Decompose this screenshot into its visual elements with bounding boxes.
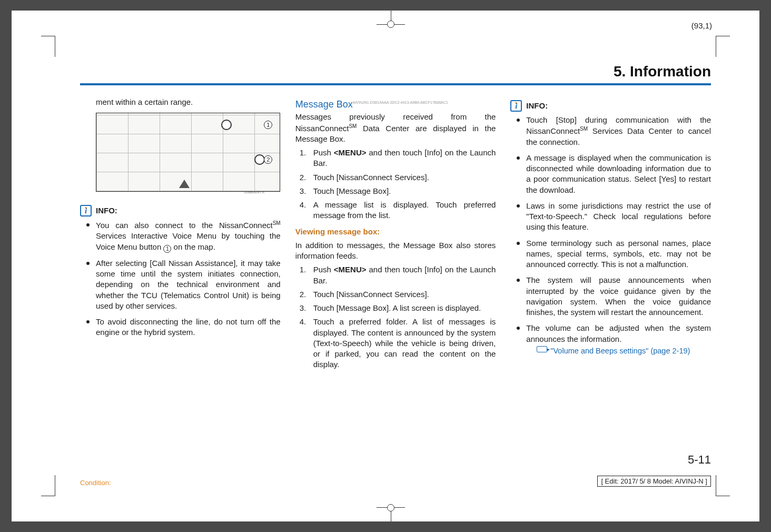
steps-list-b: Push <MENU> and then touch [Info] on the… bbox=[295, 264, 496, 370]
page-content: 5. Information ment within a certain ran… bbox=[80, 63, 711, 490]
list-item: Touch [Message Box]. bbox=[295, 186, 496, 196]
circled-number-icon: 1 bbox=[163, 245, 171, 253]
intro-text: Messages previously received from the Ni… bbox=[295, 112, 496, 144]
subsection-heading: Message BoxAIVINJN1-D3B19AAA-3DC2-4413-A… bbox=[295, 98, 496, 111]
list-item: Some terminology such as personal names,… bbox=[510, 238, 711, 270]
list-item: Touch [Message Box]. A list screen is di… bbox=[295, 303, 496, 313]
list-item: After selecting [Call Nissan Assistance]… bbox=[80, 258, 281, 311]
cropmark-circle-icon bbox=[387, 504, 394, 511]
map-callout-2: 2 bbox=[264, 155, 272, 164]
continuation-text: ment within a certain range. bbox=[96, 97, 281, 107]
reference-text: "Volume and Beeps settings" (page 2-19) bbox=[550, 347, 690, 355]
info-bullet-list: You can also connect to the Nissan­Conne… bbox=[80, 220, 281, 338]
list-item: To avoid disconnecting the line, do not … bbox=[80, 317, 281, 338]
map-marker-icon bbox=[221, 120, 232, 130]
list-item: Touch a preferred folder. A list of mess… bbox=[295, 317, 496, 370]
cropmark-circle-icon bbox=[387, 21, 394, 28]
list-item-text: The volume can be adjusted when the syst… bbox=[526, 323, 711, 343]
info-icon bbox=[510, 100, 522, 112]
list-item: Touch [NissanConnect Services]. bbox=[295, 289, 496, 300]
subsection-heading-text: Message Box bbox=[295, 99, 353, 110]
info-bullet-list: Touch [Stop] during communication with t… bbox=[510, 115, 711, 356]
list-item: Touch [Stop] during communication with t… bbox=[510, 115, 711, 147]
info-callout: INFO: bbox=[510, 100, 711, 112]
info-label: INFO: bbox=[526, 101, 548, 111]
steps-list-a: Push <MENU> and then touch [Info] on the… bbox=[295, 147, 496, 221]
reference-icon bbox=[537, 346, 547, 352]
cross-reference: "Volume and Beeps settings" (page 2-19) bbox=[526, 346, 711, 357]
list-item: Push <MENU> and then touch [Info] on the… bbox=[295, 147, 496, 169]
cropmark bbox=[55, 36, 55, 57]
list-item: A message is displayed when the communic… bbox=[510, 153, 711, 195]
list-item: Push <MENU> and then touch [Info] on the… bbox=[295, 264, 496, 286]
sub-heading: Viewing message box: bbox=[295, 226, 496, 237]
list-item: Laws in some jurisdictions may restrict … bbox=[510, 201, 711, 233]
list-item: The system will pause announcements when… bbox=[510, 275, 711, 318]
section-heading: 5. Information bbox=[80, 63, 711, 83]
print-sheet: (93,1) 5. Information ment within a cert… bbox=[12, 11, 759, 521]
list-item-text: You can also connect to the Nissan­Conne… bbox=[96, 221, 281, 251]
condition-label: Condition: bbox=[80, 479, 111, 487]
column-2: Message BoxAIVINJN1-D3B19AAA-3DC2-4413-A… bbox=[295, 97, 496, 375]
list-item: The volume can be adjusted when the syst… bbox=[510, 323, 711, 356]
cropmark bbox=[716, 475, 716, 496]
page-coord: (93,1) bbox=[691, 21, 712, 30]
list-item: Touch [NissanConnect Services]. bbox=[295, 172, 496, 183]
map-illustration: 1 2 bbox=[96, 113, 280, 192]
guid-code: AIVINJN1-D3B19AAA-3DC2-4413-A9B6-ABCF17B… bbox=[353, 100, 448, 105]
cropmark bbox=[41, 496, 55, 496]
page-number: 5-11 bbox=[688, 453, 711, 467]
map-callout-1: 1 bbox=[264, 121, 272, 129]
columns: ment within a certain range. 1 2 5GB0697… bbox=[80, 97, 711, 375]
cropmark bbox=[41, 36, 55, 36]
cropmark bbox=[716, 36, 716, 57]
list-item: A message list is displayed. Touch prefe… bbox=[295, 200, 496, 221]
section-rule bbox=[80, 83, 711, 85]
column-1: ment within a certain range. 1 2 5GB0697… bbox=[80, 97, 281, 375]
info-label: INFO: bbox=[96, 205, 117, 216]
cropmark bbox=[55, 475, 55, 496]
list-item: You can also connect to the Nissan­Conne… bbox=[80, 220, 281, 253]
edit-info: [ Edit: 2017/ 5/ 8 Model: AIVINJ-N ] bbox=[597, 476, 711, 487]
sub-intro-text: In addition to messages, the Message Box… bbox=[295, 240, 496, 262]
column-3: INFO: Touch [Stop] during communication … bbox=[510, 97, 711, 375]
info-icon bbox=[80, 205, 92, 216]
cropmark bbox=[716, 36, 730, 36]
cropmark bbox=[716, 496, 730, 496]
map-vehicle-icon bbox=[179, 180, 190, 188]
info-callout: INFO: bbox=[80, 205, 281, 216]
